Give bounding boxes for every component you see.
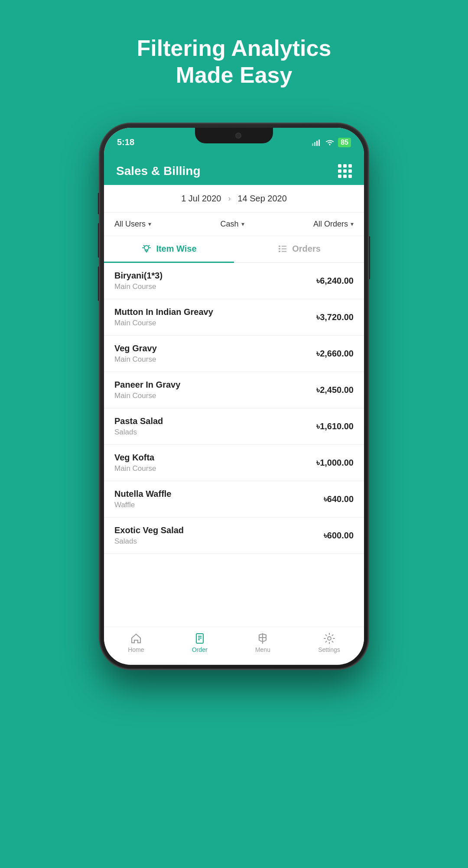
item-name: Paneer In Gravy [114, 380, 180, 390]
item-price: ৳6,240.00 [316, 276, 354, 286]
item-name: Nutella Waffle [114, 489, 172, 499]
svg-point-5 [144, 246, 149, 250]
item-row[interactable]: Biryani(1*3) Main Course ৳6,240.00 [104, 263, 364, 299]
item-price: ৳1,000.00 [316, 458, 354, 468]
tab-orders[interactable]: Orders [234, 236, 364, 262]
payment-dropdown-icon: ▾ [241, 220, 244, 227]
nav-order[interactable]: Order [192, 632, 208, 653]
item-row[interactable]: Veg Kofta Main Course ৳1,000.00 [104, 445, 364, 481]
item-info: Nutella Waffle Waffle [114, 489, 172, 509]
item-info: Paneer In Gravy Main Course [114, 380, 180, 400]
item-category: Main Course [114, 392, 180, 400]
item-category: Main Course [114, 464, 156, 473]
item-category: Main Course [114, 355, 157, 364]
svg-rect-11 [279, 246, 280, 247]
nav-settings-label: Settings [318, 646, 340, 653]
phone-screen: 5:18 [104, 128, 364, 665]
menu-icon [257, 632, 269, 645]
item-info: Pasta Salad Salads [114, 416, 163, 437]
nav-menu-label: Menu [255, 646, 270, 653]
phone-frame: 5:18 [100, 123, 368, 669]
hero-title: Filtering Analytics Made Easy [137, 35, 332, 89]
date-to[interactable]: 14 Sep 2020 [237, 194, 286, 204]
tab-orders-label: Orders [292, 244, 321, 254]
item-category: Waffle [114, 501, 172, 509]
date-arrow-icon: › [228, 194, 231, 203]
payment-filter-label: Cash [220, 220, 238, 229]
item-info: Mutton In Indian Greavy Main Course [114, 307, 213, 327]
item-list: Biryani(1*3) Main Course ৳6,240.00 Mutto… [104, 263, 364, 627]
nav-order-label: Order [192, 646, 208, 653]
orders-filter-label: All Orders [313, 220, 348, 229]
notch-bar: 5:18 [104, 128, 364, 157]
item-info: Veg Kofta Main Course [114, 453, 156, 473]
hero-title-line2: Made Easy [176, 62, 292, 87]
item-info: Biryani(1*3) Main Course [114, 271, 162, 291]
item-category: Main Course [114, 282, 162, 291]
orders-icon [277, 244, 288, 254]
power-button [368, 236, 370, 279]
orders-filter[interactable]: All Orders ▾ [313, 220, 354, 229]
bulb-icon [141, 244, 152, 254]
date-range-row: 1 Jul 2020 › 14 Sep 2020 [104, 185, 364, 213]
item-price: ৳2,660.00 [316, 349, 354, 359]
notch [195, 128, 273, 143]
bottom-nav: Home Order [104, 627, 364, 664]
item-price: ৳2,450.00 [316, 385, 354, 395]
item-row[interactable]: Pasta Salad Salads ৳1,610.00 [104, 408, 364, 445]
svg-rect-2 [316, 141, 318, 146]
nav-home[interactable]: Home [128, 632, 144, 653]
svg-rect-12 [279, 248, 280, 249]
settings-icon [323, 632, 335, 645]
item-name: Veg Kofta [114, 453, 156, 463]
tabs-row: Item Wise Orders [104, 236, 364, 263]
item-row[interactable]: Paneer In Gravy Main Course ৳2,450.00 [104, 372, 364, 408]
users-dropdown-icon: ▾ [148, 220, 151, 227]
item-row[interactable]: Mutton In Indian Greavy Main Course ৳3,7… [104, 299, 364, 336]
item-name: Biryani(1*3) [114, 271, 162, 281]
nav-settings[interactable]: Settings [318, 632, 340, 653]
home-icon [130, 632, 142, 645]
item-info: Exotic Veg Salad Salads [114, 525, 184, 546]
svg-point-23 [328, 637, 331, 640]
order-icon [194, 632, 206, 645]
grid-menu-icon[interactable] [338, 164, 352, 178]
app-header: Sales & Billing [104, 157, 364, 185]
svg-rect-1 [314, 142, 315, 146]
users-filter-label: All Users [114, 220, 146, 229]
item-category: Salads [114, 537, 184, 546]
svg-line-10 [149, 245, 150, 246]
item-category: Main Course [114, 319, 213, 327]
item-name: Mutton In Indian Greavy [114, 307, 213, 317]
item-row[interactable]: Exotic Veg Salad Salads ৳600.00 [104, 518, 364, 554]
item-price: ৳3,720.00 [316, 312, 354, 322]
filter-row: All Users ▾ Cash ▾ All Orders ▾ [104, 213, 364, 236]
svg-rect-13 [279, 251, 280, 252]
app-title: Sales & Billing [116, 164, 201, 178]
item-name: Exotic Veg Salad [114, 525, 184, 535]
tab-item-wise[interactable]: Item Wise [104, 236, 234, 262]
users-filter[interactable]: All Users ▾ [114, 220, 151, 229]
battery-indicator: 85 [338, 138, 351, 147]
item-row[interactable]: Veg Gravy Main Course ৳2,660.00 [104, 336, 364, 372]
item-price: ৳600.00 [324, 531, 354, 541]
signal-icon [312, 139, 322, 146]
item-category: Salads [114, 428, 163, 437]
hero-title-line1: Filtering Analytics [137, 36, 332, 61]
nav-home-label: Home [128, 646, 144, 653]
tab-item-wise-label: Item Wise [156, 244, 196, 254]
svg-rect-3 [318, 139, 320, 146]
status-time: 5:18 [117, 137, 134, 147]
item-name: Veg Gravy [114, 343, 157, 353]
item-price: ৳1,610.00 [316, 421, 354, 431]
nav-menu[interactable]: Menu [255, 632, 270, 653]
svg-point-4 [329, 144, 331, 145]
svg-rect-0 [312, 143, 313, 146]
payment-filter[interactable]: Cash ▾ [220, 220, 244, 229]
item-row[interactable]: Nutella Waffle Waffle ৳640.00 [104, 481, 364, 518]
item-name: Pasta Salad [114, 416, 163, 426]
status-icons: 85 [312, 138, 351, 147]
item-price: ৳640.00 [324, 494, 354, 504]
date-from[interactable]: 1 Jul 2020 [181, 194, 221, 204]
camera-dot [235, 133, 241, 139]
